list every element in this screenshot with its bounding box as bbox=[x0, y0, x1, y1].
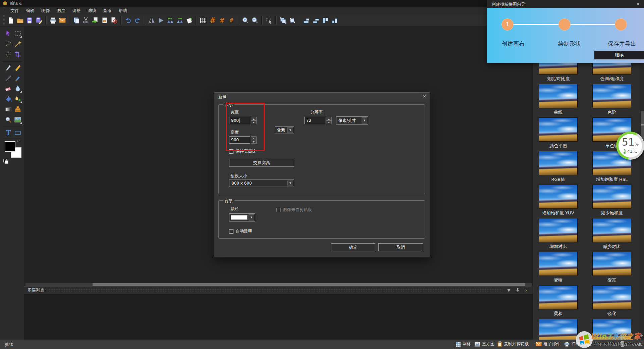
size-unit-dropdown[interactable]: 像素 bbox=[275, 126, 294, 134]
dodge-tool-icon[interactable] bbox=[4, 115, 13, 124]
align-columns-icon[interactable] bbox=[321, 16, 330, 25]
preset-item[interactable]: 增加饱和度 YUV bbox=[539, 185, 578, 216]
align-step-icon[interactable] bbox=[312, 16, 320, 25]
gradient-tool-icon[interactable] bbox=[4, 105, 13, 114]
new-icon[interactable] bbox=[6, 16, 15, 25]
polygon-select-tool-icon[interactable] bbox=[4, 50, 13, 59]
background-color-dropdown[interactable]: ▼ bbox=[229, 213, 255, 221]
preset-thumbnail[interactable] bbox=[592, 84, 631, 108]
lasso-tool-icon[interactable] bbox=[4, 40, 13, 48]
text-tool-icon[interactable]: T bbox=[4, 129, 13, 137]
zoom-out-icon[interactable] bbox=[251, 16, 259, 25]
line-tool-icon[interactable] bbox=[4, 74, 13, 83]
zoom-plus-button[interactable]: + bbox=[638, 341, 642, 347]
preset-thumbnail[interactable] bbox=[539, 252, 578, 276]
cut-icon[interactable] bbox=[82, 16, 90, 25]
swap-size-button[interactable]: 交换宽高 bbox=[229, 159, 294, 167]
system-monitor-widget[interactable]: 51% 41°C bbox=[616, 132, 644, 160]
preset-thumbnail[interactable] bbox=[539, 84, 578, 108]
flip-vertical-icon[interactable] bbox=[157, 16, 165, 25]
paste-as-new-icon[interactable] bbox=[100, 16, 109, 25]
eraser-tool-icon[interactable] bbox=[4, 84, 13, 93]
preset-thumbnail[interactable] bbox=[539, 319, 578, 340]
foreground-color-swatch[interactable] bbox=[5, 141, 15, 152]
ok-button[interactable]: 确定 bbox=[331, 243, 375, 251]
transform-handles-icon[interactable] bbox=[288, 16, 297, 25]
preset-item[interactable]: 变暗 bbox=[539, 252, 578, 283]
zoom-minus-button[interactable]: - bbox=[597, 341, 598, 347]
preset-thumbnail[interactable] bbox=[539, 185, 578, 209]
flip-horizontal-icon[interactable] bbox=[147, 16, 156, 25]
cancel-button[interactable]: 取消 bbox=[378, 243, 423, 251]
preset-thumbnail[interactable] bbox=[592, 185, 631, 209]
align-bars-icon[interactable] bbox=[330, 16, 339, 25]
canvas-horizontal-scrollbar[interactable] bbox=[25, 283, 532, 286]
menu-image[interactable]: 图像 bbox=[38, 7, 53, 14]
auto-transparent-checkbox[interactable]: 自动透明 bbox=[229, 229, 252, 234]
dialog-title-bar[interactable]: 新建 × bbox=[214, 93, 430, 100]
preset-thumbnail[interactable] bbox=[539, 285, 578, 309]
default-colors-icon[interactable] bbox=[3, 158, 8, 162]
collage-large-icon[interactable]: # bbox=[208, 16, 217, 25]
clone-stamp-tool-icon[interactable] bbox=[13, 105, 22, 114]
rotate-left-icon[interactable] bbox=[166, 16, 175, 25]
wizard-continue-button[interactable]: 继续 bbox=[594, 51, 644, 59]
menu-file[interactable]: 文件 bbox=[7, 7, 22, 14]
email-icon[interactable] bbox=[58, 16, 67, 25]
color-replace-tool-icon[interactable] bbox=[13, 95, 22, 103]
layers-close-icon[interactable]: × bbox=[523, 288, 529, 293]
rotate-right-icon[interactable] bbox=[175, 16, 184, 25]
status-histogram-button[interactable]: 直方图 bbox=[475, 341, 495, 347]
free-rotate-icon[interactable] bbox=[185, 16, 194, 25]
delete-icon[interactable] bbox=[110, 16, 118, 25]
blur-tool-icon[interactable] bbox=[13, 84, 22, 93]
preset-item[interactable]: 色阶 bbox=[592, 84, 631, 115]
preset-item[interactable]: 减少对比 bbox=[592, 218, 631, 250]
preset-item[interactable]: 柔和 bbox=[539, 285, 578, 317]
hscroll-thumb[interactable] bbox=[93, 283, 525, 286]
layers-panel-body[interactable] bbox=[24, 294, 533, 340]
brush-tool-icon[interactable] bbox=[13, 74, 22, 83]
menu-filter[interactable]: 滤镜 bbox=[85, 7, 99, 14]
menu-adjust[interactable]: 调整 bbox=[69, 7, 84, 14]
menu-view[interactable]: 查看 bbox=[100, 7, 115, 14]
preset-thumbnail[interactable] bbox=[539, 117, 578, 142]
save-as-icon[interactable] bbox=[35, 16, 43, 25]
preset-thumbnail[interactable] bbox=[592, 218, 631, 242]
texture-tool-icon[interactable] bbox=[13, 115, 22, 124]
preset-thumbnail[interactable] bbox=[539, 218, 578, 242]
redo-icon[interactable] bbox=[133, 16, 142, 25]
status-grid-button[interactable]: 网格 bbox=[455, 341, 471, 347]
collage-medium-icon[interactable]: # bbox=[218, 16, 226, 25]
knife-tool-icon[interactable] bbox=[4, 63, 13, 72]
collage-small-icon[interactable]: # bbox=[227, 16, 236, 25]
dialog-close-icon[interactable]: × bbox=[423, 94, 426, 99]
preset-item[interactable] bbox=[539, 319, 578, 340]
clipboard-image-checkbox[interactable]: 图像来自剪贴板 bbox=[276, 207, 312, 213]
resolution-unit-dropdown[interactable]: 像素/英寸 bbox=[336, 116, 368, 124]
select-region-icon[interactable] bbox=[265, 16, 273, 25]
preset-thumbnail[interactable] bbox=[592, 285, 631, 309]
preset-item[interactable]: 锐化 bbox=[592, 285, 631, 317]
wizard-title-bar[interactable]: 创建模板拼图向导 × bbox=[487, 0, 644, 8]
preset-size-dropdown[interactable]: 800 x 600 bbox=[229, 180, 294, 187]
preset-item[interactable]: RGB值 bbox=[539, 151, 578, 183]
preset-item[interactable]: 减少饱和度 bbox=[592, 185, 631, 216]
undo-icon[interactable] bbox=[124, 16, 132, 25]
wizard-close-icon[interactable]: × bbox=[636, 1, 640, 6]
menu-help[interactable]: 帮助 bbox=[115, 7, 130, 14]
zoom-in-icon[interactable] bbox=[241, 16, 250, 25]
grid-icon[interactable] bbox=[199, 16, 208, 25]
status-email-button[interactable]: 电子邮件 bbox=[536, 341, 560, 347]
print-icon[interactable] bbox=[49, 16, 57, 25]
preset-item[interactable]: 曲线 bbox=[539, 84, 578, 115]
preset-item[interactable]: 变亮 bbox=[592, 252, 631, 283]
swap-colors-icon[interactable]: ⇄ bbox=[17, 139, 19, 142]
fill-tool-icon[interactable] bbox=[4, 95, 13, 103]
preset-thumbnail[interactable] bbox=[539, 151, 578, 175]
shape-rect-tool-icon[interactable] bbox=[13, 129, 22, 137]
pencil-tool-icon[interactable] bbox=[13, 63, 22, 72]
save-icon[interactable] bbox=[25, 16, 34, 25]
status-clipboard-button[interactable]: 复制到剪切板 bbox=[497, 341, 529, 347]
move-tool-icon[interactable] bbox=[4, 29, 13, 38]
